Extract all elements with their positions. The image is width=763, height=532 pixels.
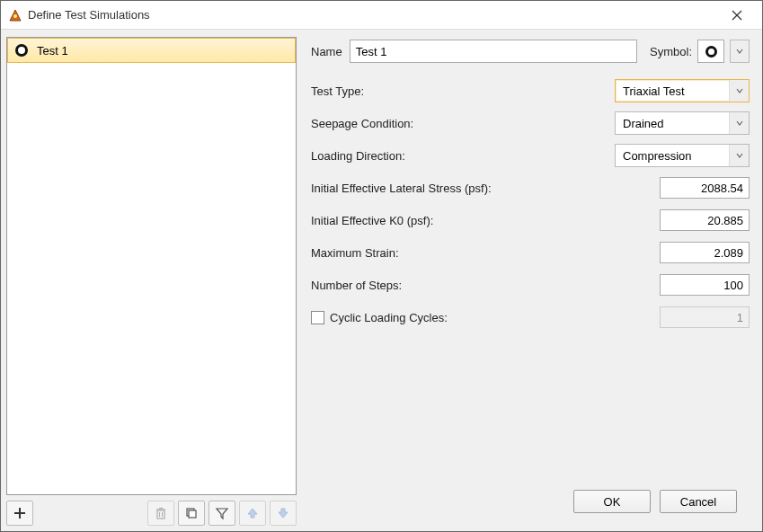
test-type-select[interactable]: Triaxial Test [615, 79, 750, 102]
test-list[interactable]: Test 1 [6, 37, 297, 495]
svg-rect-6 [157, 510, 164, 519]
k0-row: Initial Effective K0 (psf): [311, 208, 750, 233]
name-label: Name [311, 45, 342, 58]
lateral-stress-row: Initial Effective Lateral Stress (psf): [311, 175, 750, 200]
list-item[interactable]: Test 1 [7, 38, 296, 63]
trash-icon [154, 506, 168, 520]
move-down-button[interactable] [270, 501, 297, 526]
symbol-group: Symbol: [650, 40, 750, 63]
plus-icon [13, 506, 27, 520]
window-title: Define Test Simulations [28, 8, 719, 22]
loading-dir-row: Loading Direction: Compression [311, 143, 750, 168]
circle-marker-icon [705, 46, 717, 58]
steps-label: Number of Steps: [311, 279, 660, 292]
move-up-button[interactable] [239, 501, 266, 526]
list-toolbar [6, 495, 297, 526]
circle-marker-icon [15, 44, 28, 57]
svg-marker-13 [217, 509, 227, 519]
right-panel: Name Symbol: Test Type: Triaxial Test [302, 30, 762, 531]
dialog-body: Test 1 [1, 30, 762, 531]
delete-button[interactable] [147, 501, 174, 526]
cyclic-label: Cyclic Loading Cycles: [330, 311, 448, 324]
symbol-dropdown[interactable] [730, 40, 750, 63]
chevron-down-icon [729, 145, 749, 166]
steps-row: Number of Steps: [311, 272, 750, 297]
close-icon [732, 10, 742, 21]
dialog-footer: OK Cancel [311, 483, 750, 522]
steps-input[interactable] [660, 274, 750, 296]
app-icon [8, 8, 22, 22]
svg-marker-14 [248, 509, 257, 518]
max-strain-input[interactable] [660, 242, 750, 263]
cyclic-label-group: Cyclic Loading Cycles: [311, 311, 660, 324]
cancel-button[interactable]: Cancel [660, 490, 737, 513]
cyclic-input [660, 306, 750, 328]
max-strain-label: Maximum Strain: [311, 246, 660, 260]
seepage-label: Seepage Condition: [311, 117, 615, 130]
chevron-down-icon [729, 80, 749, 102]
list-item-label: Test 1 [37, 44, 68, 58]
loading-dir-select[interactable]: Compression [615, 144, 750, 167]
chevron-down-icon [729, 112, 749, 134]
name-input[interactable] [350, 40, 637, 63]
copy-icon [184, 506, 199, 520]
svg-point-1 [13, 14, 17, 18]
add-button[interactable] [6, 501, 33, 526]
loading-dir-label: Loading Direction: [311, 149, 615, 163]
svg-marker-15 [279, 509, 288, 518]
filter-button[interactable] [208, 501, 235, 526]
symbol-label: Symbol: [650, 45, 692, 58]
cyclic-checkbox[interactable] [311, 311, 324, 324]
lateral-stress-label: Initial Effective Lateral Stress (psf): [311, 182, 660, 195]
chevron-down-icon [735, 47, 744, 56]
test-type-label: Test Type: [311, 84, 615, 98]
close-button[interactable] [719, 3, 755, 28]
copy-button[interactable] [178, 501, 205, 526]
funnel-icon [215, 506, 229, 520]
k0-label: Initial Effective K0 (psf): [311, 214, 660, 227]
seepage-row: Seepage Condition: Drained [311, 111, 750, 136]
ok-button[interactable]: OK [573, 490, 651, 513]
titlebar: Define Test Simulations [1, 1, 762, 30]
k0-input[interactable] [660, 209, 750, 231]
name-row: Name Symbol: [311, 39, 750, 64]
seepage-select[interactable]: Drained [615, 111, 750, 135]
svg-rect-12 [189, 510, 196, 518]
test-type-value: Triaxial Test [616, 84, 729, 98]
left-panel: Test 1 [1, 30, 302, 531]
dialog-window: Define Test Simulations Test 1 [0, 0, 763, 532]
seepage-value: Drained [616, 117, 729, 130]
lateral-stress-input[interactable] [660, 177, 750, 199]
arrow-down-icon [276, 506, 290, 520]
cyclic-row: Cyclic Loading Cycles: [311, 305, 750, 330]
loading-dir-value: Compression [616, 149, 729, 163]
symbol-preview[interactable] [697, 40, 724, 63]
test-type-row: Test Type: Triaxial Test [311, 78, 750, 103]
max-strain-row: Maximum Strain: [311, 240, 750, 265]
arrow-up-icon [245, 506, 260, 520]
